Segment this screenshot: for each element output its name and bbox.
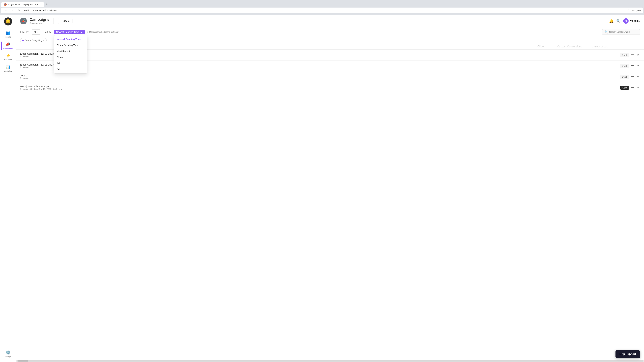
bookmark-button[interactable]: ☆	[628, 9, 630, 12]
back-button[interactable]: ←	[3, 9, 8, 12]
campaign-clicks: —	[529, 86, 553, 89]
horizontal-scrollbar[interactable]	[16, 360, 644, 362]
create-button[interactable]: + Create	[58, 18, 72, 24]
user-name: Moodjoy	[630, 19, 640, 22]
edit-button[interactable]: ✏	[636, 52, 640, 57]
active-tab[interactable]: 🌀 Single Email Campaigns - Drip ✕	[1, 2, 44, 7]
more-options-button[interactable]: •••	[630, 53, 635, 57]
edit-button[interactable]: ✏	[636, 85, 640, 90]
search-input[interactable]	[609, 31, 638, 33]
group-filter-label: Group: Everything	[25, 39, 42, 41]
sort-option-oldest-sending[interactable]: Oldest Sending Time	[54, 42, 87, 48]
campaign-meta: 0 people	[20, 55, 529, 58]
sort-option-oldest[interactable]: Oldest	[54, 54, 87, 60]
sort-chevron-icon: ▲	[80, 31, 82, 33]
campaigns-icon: 📣	[6, 42, 10, 46]
sort-option-most-recent[interactable]: Most Recent	[54, 48, 87, 54]
campaign-name[interactable]: Email Campaign - 12-13-2023	[20, 52, 529, 55]
tab-bar: 🌀 Single Email Campaigns - Drip ✕ +	[0, 0, 644, 7]
page-title: Campaigns	[30, 17, 50, 22]
sort-dropdown: Newest Sending Time Oldest Sending Time …	[54, 35, 88, 73]
sort-option-label-az: A-Z	[57, 62, 60, 65]
campaign-unsubscribes: —	[586, 75, 613, 78]
incognito-label: Incognito	[632, 9, 641, 12]
sort-dropdown-wrapper: Newest Sending Time ▲ Newest Sending Tim…	[54, 30, 85, 34]
sort-value: Newest Sending Time	[56, 31, 79, 33]
sidebar-label-campaigns: Campaigns	[3, 47, 13, 49]
campaign-row-inner: Email Campaign - 12-13-2023 0 people — —…	[20, 52, 640, 58]
metrics-info: ℹ Metrics refreshed in the last hour	[88, 31, 118, 33]
active-indicator	[1, 41, 2, 50]
campaign-name[interactable]: Email Campaign - 12-13-2023	[20, 63, 529, 66]
sort-option-label-newest: Newest Sending Time	[57, 38, 81, 40]
campaign-info: Test 1 0 people	[20, 74, 529, 79]
campaigns-list: Email Campaign - 12-13-2023 0 people — —…	[16, 50, 644, 360]
user-avatar[interactable]: M Moodjoy	[623, 18, 640, 24]
page-header: 📣 Campaigns Single emails + Create 🔔 🔍 M…	[16, 15, 644, 27]
analytics-icon: 📊	[6, 65, 10, 69]
sort-button[interactable]: Newest Sending Time ▲	[54, 30, 85, 34]
group-filter-bar: Group: Everything ▾	[16, 37, 644, 44]
sidebar-item-settings[interactable]: ⚙️ Settings	[1, 349, 15, 359]
sort-option-label-oldest: Oldest	[57, 56, 64, 59]
campaign-name[interactable]: Test 1	[20, 74, 529, 77]
url-bar[interactable]: getdrip.com/7641396/broadcasts	[23, 9, 626, 12]
sort-option-a-z[interactable]: A-Z	[54, 60, 87, 66]
filter-value: All	[34, 31, 36, 33]
refresh-button[interactable]: ↻	[17, 8, 21, 12]
campaign-clicks: —	[529, 53, 553, 56]
campaign-name[interactable]: Moodjoy Email Campaign	[20, 85, 529, 88]
more-options-button[interactable]: •••	[630, 63, 635, 68]
sidebar-people-wrap: 👥 People	[1, 29, 15, 39]
campaign-meta: 7 people · Sent on Dec 13, 2023 at 4:51p…	[20, 88, 529, 90]
search-bar[interactable]: 🔍	[602, 29, 640, 35]
page-subtitle: Single emails	[30, 22, 50, 24]
search-area: 🔍	[602, 29, 640, 35]
avatar-initial: M	[625, 19, 627, 22]
campaign-clicks: —	[529, 75, 553, 78]
metrics-text: Metrics refreshed in the last hour	[89, 31, 118, 33]
campaign-actions: Draft ••• ✏	[613, 52, 640, 57]
app-container: 😊 👥 People 📣 Campaigns ⚡ Workflows 📊	[0, 15, 644, 362]
scroll-track	[17, 361, 643, 362]
sidebar-item-analytics[interactable]: 📊 Analytics	[1, 63, 15, 74]
sidebar-label-analytics: Analytics	[4, 70, 12, 72]
workflows-icon: ⚡	[6, 53, 10, 58]
status-badge: Draft	[620, 64, 629, 68]
sidebar-item-campaigns[interactable]: 📣 Campaigns	[1, 40, 15, 51]
logo-icon: 😊	[6, 19, 10, 24]
info-icon: ℹ	[88, 31, 88, 33]
page-header-icon: 📣	[20, 17, 27, 24]
sidebar-label-workflows: Workflows	[4, 59, 12, 61]
campaign-info: Email Campaign - 12-13-2023 0 people	[20, 52, 529, 58]
sidebar-item-workflows[interactable]: ⚡ Workflows	[1, 52, 15, 62]
sidebar-settings-wrap: ⚙️ Settings	[1, 349, 15, 359]
forward-button[interactable]: →	[10, 9, 15, 12]
sidebar-label-people: People	[5, 36, 11, 38]
sort-option-newest-sending[interactable]: Newest Sending Time	[54, 36, 87, 42]
sidebar-logo: 😊	[4, 17, 12, 25]
header-right: 🔔 🔍 M Moodjoy	[609, 18, 640, 24]
sidebar-item-people[interactable]: 👥 People	[1, 29, 15, 39]
drip-support-button[interactable]: Drip Support	[616, 350, 640, 358]
col-conversions-header: Custom Conversions	[553, 45, 586, 48]
filter-all-button[interactable]: All ▾	[31, 29, 41, 34]
toolbar: Filter by All ▾ Sort by Newest Sending T…	[16, 27, 644, 37]
edit-button[interactable]: ✏	[636, 74, 640, 79]
campaign-conversions: —	[553, 86, 586, 89]
sort-option-z-a[interactable]: Z-A	[54, 66, 87, 72]
notification-bell-icon[interactable]: 🔔	[609, 19, 614, 23]
more-options-button[interactable]: •••	[630, 85, 635, 90]
scroll-thumb[interactable]	[18, 361, 28, 362]
address-bar: ← → ↻ getdrip.com/7641396/broadcasts ☆ I…	[1, 7, 643, 13]
more-options-button[interactable]: •••	[630, 74, 635, 79]
campaign-conversions: —	[553, 64, 586, 67]
tab-close-button[interactable]: ✕	[39, 3, 41, 6]
campaign-actions: Sent ••• ✏	[613, 85, 640, 90]
new-tab-button[interactable]: +	[44, 1, 49, 7]
edit-button[interactable]: ✏	[636, 63, 640, 68]
group-filter-badge[interactable]: Group: Everything ▾	[20, 38, 46, 42]
header-search-icon[interactable]: 🔍	[616, 19, 620, 23]
campaign-unsubscribes: —	[586, 86, 613, 89]
campaign-actions: Draft ••• ✏	[613, 74, 640, 79]
